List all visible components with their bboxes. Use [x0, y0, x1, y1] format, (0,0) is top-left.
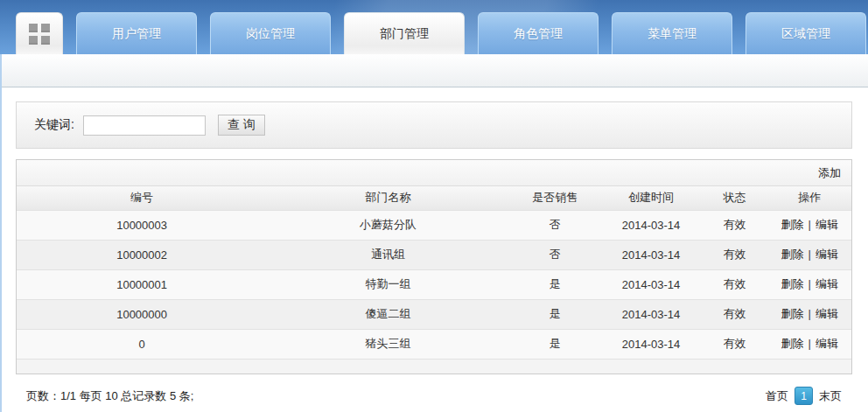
- delete-link[interactable]: 删除: [781, 218, 804, 231]
- table-toolbar: 添加: [17, 160, 851, 186]
- cell-created: 2014-03-14: [601, 299, 701, 329]
- cell-actions: 删除|编辑: [768, 299, 851, 329]
- action-separator: |: [808, 248, 811, 261]
- toolbar-band: [0, 54, 868, 87]
- col-header-name: 部门名称: [267, 186, 509, 210]
- action-separator: |: [808, 218, 811, 231]
- tab-role-management[interactable]: 角色管理: [478, 12, 598, 54]
- delete-link[interactable]: 删除: [781, 248, 804, 261]
- cell-id: 10000001: [17, 269, 267, 299]
- cell-created: 2014-03-14: [601, 210, 701, 240]
- cell-id: 10000002: [17, 240, 267, 269]
- tab-department-management[interactable]: 部门管理: [344, 12, 465, 54]
- pagination-summary: 页数：1/1 每页 10 总记录数 5 条;: [26, 388, 193, 404]
- delete-link[interactable]: 删除: [781, 337, 804, 350]
- table-row: 0猪头三组是2014-03-14有效删除|编辑: [17, 329, 851, 359]
- cell-name: 傻逼二组: [267, 299, 509, 329]
- cell-status: 有效: [701, 299, 767, 329]
- cell-status: 有效: [701, 269, 767, 299]
- cell-id: 0: [17, 329, 267, 359]
- tab-user-management[interactable]: 用户管理: [76, 12, 197, 54]
- keyword-label: 关键词:: [34, 117, 74, 133]
- cell-name: 通讯组: [267, 240, 509, 269]
- edit-link[interactable]: 编辑: [816, 277, 838, 290]
- tab-home[interactable]: [16, 12, 63, 54]
- cell-is-sales: 是: [509, 329, 601, 359]
- table-header-row: 编号 部门名称 是否销售 创建时间 状态 操作: [17, 186, 851, 210]
- search-panel: 关键词: 查 询: [16, 101, 852, 149]
- table-row: 10000000傻逼二组是2014-03-14有效删除|编辑: [17, 299, 851, 329]
- action-separator: |: [808, 307, 811, 320]
- cell-is-sales: 是: [509, 269, 601, 299]
- delete-link[interactable]: 删除: [781, 277, 804, 290]
- cell-is-sales: 否: [509, 240, 601, 269]
- table-row: 10000003小蘑菇分队否2014-03-14有效删除|编辑: [17, 210, 851, 240]
- cell-name: 小蘑菇分队: [267, 210, 509, 240]
- current-page-button[interactable]: 1: [794, 387, 813, 405]
- edit-link[interactable]: 编辑: [816, 248, 838, 261]
- action-separator: |: [808, 337, 811, 350]
- table-body: 10000003小蘑菇分队否2014-03-14有效删除|编辑10000002通…: [17, 210, 851, 359]
- cell-is-sales: 否: [509, 210, 601, 240]
- edit-link[interactable]: 编辑: [816, 337, 838, 350]
- table-row: 10000001特勤一组是2014-03-14有效删除|编辑: [17, 269, 851, 299]
- table-row: 10000002通讯组否2014-03-14有效删除|编辑: [17, 240, 851, 269]
- col-header-ops: 操作: [768, 186, 851, 210]
- cell-actions: 删除|编辑: [768, 210, 851, 240]
- edit-link[interactable]: 编辑: [816, 307, 838, 320]
- cell-actions: 删除|编辑: [768, 329, 851, 359]
- query-button[interactable]: 查 询: [218, 115, 265, 136]
- action-separator: |: [808, 277, 811, 290]
- cell-id: 10000003: [17, 210, 267, 240]
- delete-link[interactable]: 删除: [781, 307, 804, 320]
- cell-created: 2014-03-14: [601, 269, 701, 299]
- cell-id: 10000000: [17, 299, 267, 329]
- tab-post-management[interactable]: 岗位管理: [210, 12, 331, 54]
- table-footer-strip: [17, 359, 851, 374]
- cell-status: 有效: [701, 240, 767, 269]
- grid-icon: [29, 24, 50, 45]
- col-header-status: 状态: [701, 186, 767, 210]
- pager: 首页 1 末页: [766, 387, 842, 405]
- cell-is-sales: 是: [509, 299, 601, 329]
- pagination-bar: 页数：1/1 每页 10 总记录数 5 条; 首页 1 末页: [16, 387, 852, 405]
- department-table: 编号 部门名称 是否销售 创建时间 状态 操作 10000003小蘑菇分队否20…: [17, 186, 851, 359]
- first-page-link[interactable]: 首页: [766, 388, 788, 404]
- add-button[interactable]: 添加: [818, 165, 841, 181]
- cell-actions: 删除|编辑: [768, 240, 851, 269]
- last-page-link[interactable]: 末页: [819, 388, 842, 404]
- tab-area-management[interactable]: 区域管理: [746, 12, 866, 54]
- cell-created: 2014-03-14: [601, 329, 701, 359]
- department-table-panel: 添加 编号 部门名称 是否销售 创建时间 状态 操作 10000003小蘑菇分队…: [16, 159, 852, 374]
- keyword-input[interactable]: [83, 115, 206, 136]
- cell-status: 有效: [701, 210, 767, 240]
- col-header-id: 编号: [17, 186, 267, 210]
- cell-created: 2014-03-14: [601, 240, 701, 269]
- tab-menu-management[interactable]: 菜单管理: [612, 12, 732, 54]
- cell-name: 特勤一组: [267, 269, 509, 299]
- top-nav: 用户管理岗位管理部门管理角色管理菜单管理区域管理: [0, 0, 868, 54]
- col-header-created: 创建时间: [601, 186, 701, 210]
- cell-name: 猪头三组: [267, 329, 509, 359]
- edit-link[interactable]: 编辑: [816, 218, 838, 231]
- cell-status: 有效: [701, 329, 767, 359]
- main-content: 关键词: 查 询 添加 编号 部门名称 是否销售 创建时间 状态 操作: [0, 101, 868, 405]
- col-header-sales: 是否销售: [509, 186, 601, 210]
- cell-actions: 删除|编辑: [768, 269, 851, 299]
